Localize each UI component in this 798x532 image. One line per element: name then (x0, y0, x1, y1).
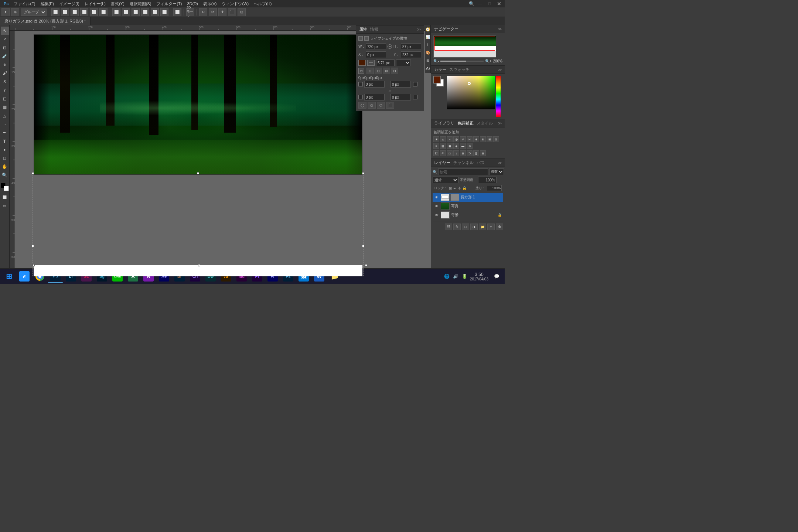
layer-mask-btn[interactable]: □ (462, 224, 469, 230)
blend-mode-select[interactable]: 通常 (433, 177, 458, 183)
adj-rotate[interactable]: ↻ (467, 150, 473, 156)
layers-icon[interactable]: ⊞ (426, 58, 429, 62)
adj-mask[interactable]: □ (447, 150, 453, 156)
swatch-tab[interactable]: スウォッチ (449, 67, 470, 72)
stroke-swatch[interactable] (367, 60, 375, 66)
layer-new-btn[interactable]: + (487, 224, 495, 230)
slide-3d-btn[interactable]: ⬛ (228, 8, 236, 16)
invert-adj[interactable]: ⊘ (467, 143, 473, 149)
brightness-adj[interactable]: ☀ (433, 136, 439, 142)
distribute-top-btn[interactable]: ⬜ (141, 8, 149, 16)
corner-round[interactable]: ◯ (358, 102, 366, 109)
menu-type[interactable]: 書式(Y) (109, 0, 127, 7)
handle-mr[interactable] (362, 245, 364, 247)
width-input[interactable] (366, 43, 386, 50)
menu-window[interactable]: ウィンドウ(W) (219, 0, 251, 7)
menu-help[interactable]: ヘルプ(H) (252, 0, 274, 7)
pan-3d-btn[interactable]: ✛ (218, 8, 226, 16)
tool-options-btn[interactable]: ⊕ (11, 8, 19, 16)
fill-input[interactable] (487, 185, 502, 191)
hue-slider[interactable] (496, 76, 501, 117)
radius-input-tl[interactable] (364, 81, 385, 88)
channels-tab[interactable]: チャンネル (453, 160, 474, 166)
colortable-adj[interactable]: ≡ (433, 143, 439, 149)
restore-btn[interactable]: □ (485, 0, 494, 8)
eye-rectangle[interactable]: 👁 (434, 195, 439, 200)
clone-stamp-tool[interactable]: S (1, 78, 9, 86)
bw-adj[interactable]: B (480, 136, 486, 142)
layers-search-icon[interactable]: 🔍 (433, 170, 437, 174)
histogram-icon[interactable]: 📊 (426, 35, 430, 39)
tray-notifications[interactable]: 💬 (493, 273, 500, 280)
menu-file[interactable]: ファイル(F) (11, 0, 37, 7)
opacity-input[interactable] (478, 177, 497, 183)
path-intersect[interactable]: ⊠ (383, 68, 390, 74)
paths-tab[interactable]: パス (477, 160, 485, 166)
layer-fx-btn[interactable]: fx (453, 224, 461, 230)
colorbalance-adj[interactable]: ⊕ (473, 136, 479, 142)
layer-kind-select[interactable]: 種類 (489, 168, 504, 175)
exposure-adj[interactable]: ◑ (453, 136, 459, 142)
type-tool[interactable]: T (1, 137, 9, 145)
screen-mode-btn[interactable]: ▭ (1, 202, 9, 210)
radius-check-1[interactable] (358, 82, 363, 86)
quick-mask-btn[interactable]: ⬜ (1, 193, 9, 201)
close-btn[interactable]: ✕ (495, 0, 503, 8)
y-input[interactable] (401, 51, 421, 58)
crop-tool[interactable]: ⊡ (1, 44, 9, 52)
layer-delete-btn[interactable]: 🗑 (496, 224, 503, 230)
vibrance-adj[interactable]: V (460, 136, 466, 142)
selectivecolor-adj[interactable]: ◈ (453, 143, 459, 149)
layer-link-btn[interactable]: ⛓ (445, 224, 452, 230)
channel-mixer-adj[interactable]: ⊡ (493, 136, 499, 142)
menu-view[interactable]: 表示(V) (201, 0, 219, 7)
menu-image[interactable]: イメージ(I) (57, 0, 81, 7)
tray-battery[interactable]: 🔋 (461, 273, 468, 280)
radius-input-bl[interactable] (364, 94, 385, 100)
minimize-btn[interactable]: ─ (476, 0, 484, 8)
rotate-3d-btn[interactable]: ↻ (199, 8, 207, 16)
x-input[interactable] (366, 51, 386, 58)
stroke-size-input[interactable] (376, 59, 395, 66)
corner-bevel[interactable]: ⬡ (377, 102, 385, 109)
align-inside-btn[interactable]: ⊡ (358, 68, 364, 74)
lock-paint-btn[interactable]: ✒ (453, 186, 456, 190)
nav-zoom-slider[interactable] (440, 61, 466, 62)
eye-photo[interactable]: 👁 (434, 204, 439, 209)
color-expand[interactable]: ≫ (498, 68, 502, 72)
path-subtract[interactable]: ⊟ (375, 68, 382, 74)
adj-link[interactable]: ⛓ (433, 150, 439, 156)
path-exclude[interactable]: ⊡ (391, 68, 398, 74)
eyedropper-tool[interactable]: 💉 (1, 52, 9, 60)
layer-adj-btn[interactable]: ◑ (470, 224, 478, 230)
eraser-tool[interactable]: ◻ (1, 95, 9, 103)
adj-expand[interactable]: ≫ (498, 121, 502, 125)
radius-check-3[interactable] (358, 95, 363, 99)
radius-link[interactable]: ∞ (358, 89, 422, 93)
healing-brush-tool[interactable]: ⊕ (1, 61, 9, 69)
navigator-expand[interactable]: ≫ (498, 27, 502, 31)
align-center-btn[interactable]: ⬜ (61, 8, 69, 16)
curves-adj[interactable]: ~ (447, 136, 453, 142)
radius-check-4[interactable] (413, 95, 417, 99)
posterize-adj[interactable]: ▦ (440, 143, 446, 149)
rect-handle-tl[interactable] (33, 264, 35, 266)
color-tab[interactable]: カラー (434, 67, 446, 72)
radius-check-2[interactable] (413, 82, 417, 86)
color-picker[interactable] (447, 76, 495, 109)
search-btn[interactable]: 🔍 (468, 1, 474, 7)
properties-expand[interactable]: ≫ (417, 27, 421, 31)
hsl-adj[interactable]: H (467, 136, 473, 142)
foreground-swatch[interactable] (433, 76, 441, 83)
corner-inverted[interactable]: ◎ (368, 102, 376, 109)
adj-delete[interactable]: 🗑 (473, 150, 479, 156)
white-rectangle[interactable]: ✛ (34, 265, 362, 276)
rect-handle-tm[interactable] (198, 264, 200, 266)
adj-expand2[interactable]: ⊞ (460, 150, 466, 156)
move-tool-btn[interactable]: ✦ (1, 8, 10, 16)
menu-layer[interactable]: レイヤー(L) (82, 0, 108, 7)
layer-group-btn[interactable]: 📁 (479, 224, 486, 230)
taskbar-ie[interactable]: e (17, 270, 32, 283)
shape-tool[interactable]: □ (1, 154, 9, 162)
height-input[interactable] (401, 43, 421, 50)
